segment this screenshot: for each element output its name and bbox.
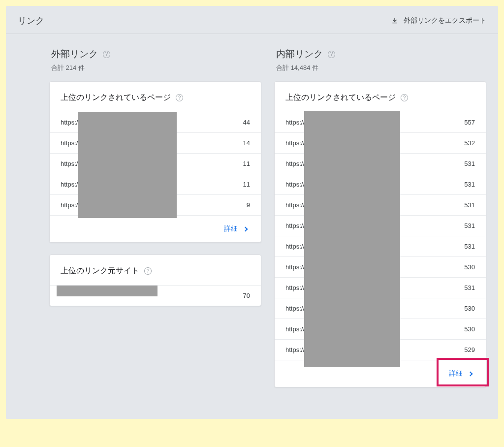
- help-icon[interactable]: ?: [328, 51, 335, 58]
- row-url: https://: [285, 181, 305, 188]
- page-title: リンク: [18, 15, 44, 27]
- row-count: 531: [464, 201, 475, 209]
- row-url: https://: [285, 222, 305, 229]
- download-icon: [391, 17, 399, 25]
- card-title: 上位のリンクされているページ ?: [275, 82, 486, 112]
- row-count: 14: [243, 139, 250, 147]
- card-title-text: 上位のリンク元サイト: [61, 266, 139, 276]
- external-top-linked-pages-card: 上位のリンクされているページ ? https://44https://14htt…: [49, 81, 261, 243]
- details-label: 詳細: [449, 369, 463, 378]
- internal-title-text: 内部リンク: [276, 48, 323, 61]
- row-url: https://: [61, 201, 80, 209]
- row-count: 530: [464, 305, 475, 312]
- card-title: 上位のリンクされているページ ?: [50, 82, 261, 112]
- row-url: https://: [61, 181, 80, 188]
- row-url: https://: [61, 119, 80, 126]
- internal-links-column: 内部リンク ? 合計 14,484 件 上位のリンクされているページ ? htt…: [274, 48, 486, 399]
- export-label: 外部リンクをエクスポート: [404, 16, 486, 25]
- redaction: [78, 112, 177, 218]
- card-title-text: 上位のリンクされているページ: [285, 93, 396, 103]
- details-button[interactable]: 詳細: [220, 223, 251, 235]
- row-count: 11: [243, 181, 250, 188]
- row-url: https://: [61, 160, 80, 167]
- columns: 外部リンク ? 合計 214 件 上位のリンクされているページ ? https:…: [6, 34, 498, 419]
- row-count: 532: [464, 139, 475, 147]
- page-container: リンク 外部リンクをエクスポート 外部リンク ? 合計 214 件 上位のリンク…: [6, 6, 498, 419]
- chevron-right-icon: [243, 226, 248, 231]
- row-count: 531: [464, 243, 475, 250]
- internal-section-subtitle: 合計 14,484 件: [276, 64, 484, 72]
- row-count: 530: [464, 263, 475, 271]
- help-icon[interactable]: ?: [103, 51, 110, 58]
- help-icon[interactable]: ?: [144, 267, 152, 275]
- external-top-linking-sites-card: 上位のリンク元サイト ? 70: [49, 255, 261, 306]
- external-links-column: 外部リンク ? 合計 214 件 上位のリンクされているページ ? https:…: [49, 48, 261, 399]
- external-section-title: 外部リンク ?: [51, 48, 110, 61]
- row-url: https://: [285, 139, 305, 147]
- row-url: https://: [285, 243, 305, 250]
- redaction: [304, 111, 400, 367]
- row-count: 531: [464, 160, 475, 167]
- row-url: https://: [285, 263, 305, 271]
- row-url: https://: [285, 284, 305, 291]
- card-title: 上位のリンク元サイト ?: [50, 255, 261, 285]
- export-external-links-button[interactable]: 外部リンクをエクスポート: [391, 16, 486, 25]
- row-count: 11: [243, 160, 250, 167]
- chevron-right-icon: [468, 371, 473, 376]
- external-title-text: 外部リンク: [51, 48, 98, 61]
- external-section-header: 外部リンク ? 合計 214 件: [49, 48, 261, 81]
- row-count: 531: [464, 181, 475, 188]
- row-count: 557: [464, 119, 475, 126]
- external-section-subtitle: 合計 214 件: [51, 64, 259, 72]
- row-url: https://: [285, 201, 305, 209]
- row-url: https://: [285, 346, 305, 353]
- row-url: https://: [285, 119, 305, 126]
- card-title-text: 上位のリンクされているページ: [61, 93, 171, 103]
- help-icon[interactable]: ?: [401, 94, 408, 101]
- row-count: 44: [243, 119, 250, 126]
- row-count: 529: [464, 346, 475, 353]
- help-icon[interactable]: ?: [176, 94, 183, 101]
- page-header: リンク 外部リンクをエクスポート: [6, 6, 498, 34]
- details-button[interactable]: 詳細: [445, 367, 476, 380]
- internal-top-linked-pages-card: 上位のリンクされているページ ? https://557https://532h…: [274, 81, 486, 387]
- row-url: https://: [285, 305, 305, 312]
- row-count: 9: [247, 201, 250, 209]
- internal-section-title: 内部リンク ?: [276, 48, 335, 61]
- internal-section-header: 内部リンク ? 合計 14,484 件: [274, 48, 486, 81]
- row-count: 70: [243, 292, 250, 299]
- row-count: 531: [464, 284, 475, 291]
- row-url: https://: [285, 325, 305, 333]
- details-label: 詳細: [224, 224, 238, 233]
- redaction: [57, 286, 158, 296]
- row-count: 531: [464, 222, 475, 229]
- row-url: https://: [61, 139, 80, 147]
- card-footer: 詳細: [50, 215, 261, 242]
- row-url: https://: [285, 160, 305, 167]
- row-count: 530: [464, 325, 475, 333]
